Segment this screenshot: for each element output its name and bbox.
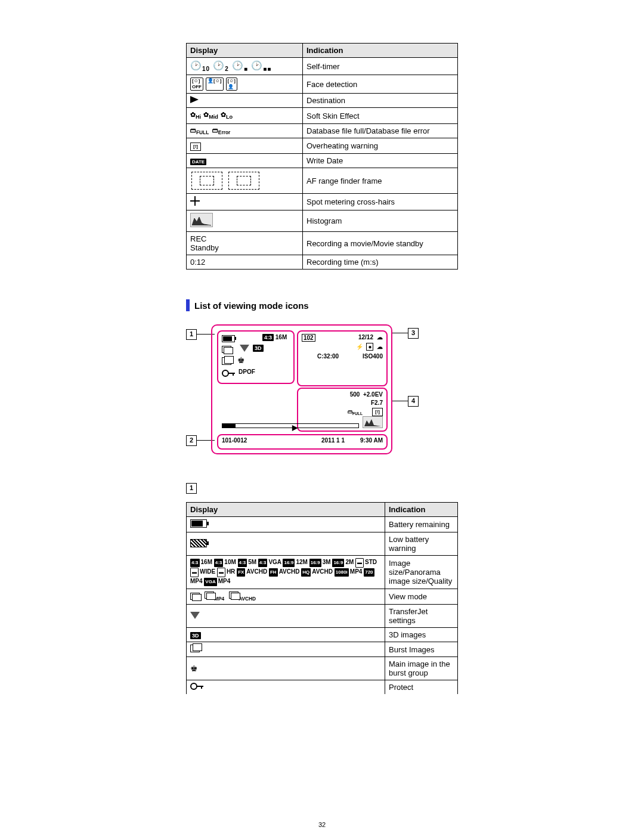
crown-label: Main image in the burst group — [385, 657, 458, 680]
face-detection-icon: [☺]OFF👤[☺][☺]👤 — [190, 78, 299, 91]
view-mode-icons: MP4 AVCHD — [190, 592, 381, 602]
ratio-badge: 4:3 — [262, 334, 274, 341]
histogram-icon — [190, 213, 213, 227]
section-title: List of viewing mode icons — [194, 301, 309, 311]
sizes-label: Image size/Panorama image size/Quality — [385, 556, 458, 589]
low-battery-icon — [190, 539, 207, 547]
overheat-icon: [!] — [190, 143, 201, 151]
battery-icon-2 — [190, 519, 207, 528]
row-rec: REC Standby Recording a movie/Movie stan… — [187, 232, 458, 255]
playback-region-4: 500 +2.0EV F2.7 🗃FULL [!] ▶ — [297, 388, 388, 432]
aperture-text: F2.7 — [371, 400, 383, 406]
playback-illustration: 1 2 3 4 4:3 16M — [186, 320, 458, 469]
rectime-label: Recording time (m:s) — [303, 255, 458, 270]
burst-label: Burst Images — [385, 642, 458, 657]
row-self-timer: 🕑10 🕑2 🕑■ 🕑■■ Self-timer — [187, 58, 458, 75]
overheat-label: Overheating warning — [303, 138, 458, 154]
protect-icon-2 — [190, 683, 197, 690]
date-text: 2011 1 1 — [321, 437, 345, 444]
row-viewmode: MP4 AVCHD View mode — [187, 589, 458, 605]
transferjet-icon-2 — [190, 612, 200, 619]
t2-header-display: Display — [187, 503, 385, 517]
spot-label: Spot metering cross-hairs — [303, 194, 458, 210]
flash-icon: ⚡ — [356, 343, 363, 350]
histogram-icon-2 — [363, 416, 383, 428]
playback-region-1: 4:3 16M 3D ♚ DPOF — [217, 330, 295, 384]
iso-text: ISO400 — [363, 353, 383, 360]
self-timer-label: Self-timer — [303, 58, 458, 75]
3d-label: 3D images — [385, 628, 458, 642]
face-detection-label: Face detection — [303, 75, 458, 94]
icons-table-2: Display Indication Battery remaining Low… — [186, 502, 458, 694]
row-3d: 3D 3D images — [187, 628, 458, 642]
protect-label: Protect — [385, 680, 458, 695]
histogram-label: Histogram — [303, 210, 458, 232]
protect-icon — [222, 368, 229, 379]
3d-badge: 3D — [253, 345, 264, 352]
row-face-detection: [☺]OFF👤[☺][☺]👤 Face detection — [187, 75, 458, 94]
soft-skin-icon: ✿Hi ✿Mid ✿Lo — [190, 110, 299, 121]
section-header: List of viewing mode icons — [186, 299, 458, 311]
row-histogram: Histogram — [187, 210, 458, 232]
row-db: 🗃FULL 🗃Error Database file full/Database… — [187, 124, 458, 138]
af-frame-icon — [190, 171, 299, 191]
row-crown: ♚ Main image in the burst group — [187, 657, 458, 680]
row-burst: Burst Images — [187, 642, 458, 657]
counter-text: C:32:00 — [317, 353, 339, 360]
image-size-icons: 4:316M 4:310M 4:35M 4:3VGA 16:912M 16:93… — [190, 558, 381, 586]
db-label: Database file full/Database file error — [303, 124, 458, 138]
transferjet-icon — [240, 345, 249, 352]
3d-icon: 3D — [190, 632, 201, 639]
database-icon: 🗃FULL 🗃Error — [187, 124, 303, 138]
airplane-icon — [190, 96, 201, 103]
write-date-icon: DATE — [190, 159, 206, 165]
playback-region-2: 101-0012 2011 1 1 9:30 AM — [217, 434, 388, 450]
row-write-date: DATE Write Date — [187, 154, 458, 168]
write-date-label: Write Date — [303, 154, 458, 168]
viewmode-icon — [222, 345, 231, 355]
size-text: 16M — [275, 334, 287, 340]
af-frame-label: AF range finder frame — [303, 168, 458, 194]
callout-3: 3 — [408, 328, 419, 339]
row-protect: Protect — [187, 680, 458, 695]
t1-header-indication: Indication — [303, 44, 458, 58]
row-sizes: 4:316M 4:310M 4:35M 4:3VGA 16:912M 16:93… — [187, 556, 458, 589]
playback-screen: 4:3 16M 3D ♚ DPOF 102 12/12 — [211, 324, 392, 454]
progress-bar — [222, 423, 359, 428]
meter-icon: ● — [366, 343, 373, 351]
playback-region-3: 102 12/12 ☁ ⚡ ● ☁ C:32:00 ISO400 — [297, 330, 388, 386]
t2-header-indication: Indication — [385, 503, 458, 517]
page-number: 32 — [0, 821, 644, 828]
lowbatt-label: Low battery warning — [385, 532, 458, 556]
section-1-marker: 1 — [186, 483, 197, 494]
cloud-icon: ☁ — [377, 334, 383, 340]
crosshair-icon — [190, 196, 200, 206]
row-batt: Battery remaining — [187, 517, 458, 532]
rec-display: REC Standby — [187, 232, 303, 255]
shutter-text: 500 — [350, 391, 360, 398]
row-spot: Spot metering cross-hairs — [187, 194, 458, 210]
frame-text: 12/12 — [358, 334, 373, 340]
t1-header-display: Display — [187, 44, 303, 58]
time-text: 9:30 AM — [360, 437, 383, 444]
overheat-icon-2: [!] — [372, 408, 383, 416]
callout-4: 4 — [408, 396, 419, 407]
crown-icon: ♚ — [237, 355, 245, 365]
soft-skin-label: Soft Skin Effect — [303, 108, 458, 124]
row-af-frame: AF range finder frame — [187, 168, 458, 194]
destination-label: Destination — [303, 94, 458, 108]
row-transferjet: TransferJet settings — [187, 605, 458, 628]
ev-text: +2.0EV — [363, 391, 383, 398]
row-rectime: 0:12 Recording time (m:s) — [187, 255, 458, 270]
viewmode-label: View mode — [385, 589, 458, 605]
folder-text: 102 — [302, 334, 315, 342]
burst-icon-2 — [190, 645, 200, 652]
wb-icon: ☁ — [377, 343, 383, 350]
transferjet-label: TransferJet settings — [385, 605, 458, 628]
row-soft-skin: ✿Hi ✿Mid ✿Lo Soft Skin Effect — [187, 108, 458, 124]
row-destination: Destination — [187, 94, 458, 108]
rec-label: Recording a movie/Movie standby — [303, 232, 458, 255]
callout-2: 2 — [186, 435, 197, 446]
db-full-icon: 🗃FULL — [348, 409, 363, 416]
rectime-display: 0:12 — [187, 255, 303, 270]
